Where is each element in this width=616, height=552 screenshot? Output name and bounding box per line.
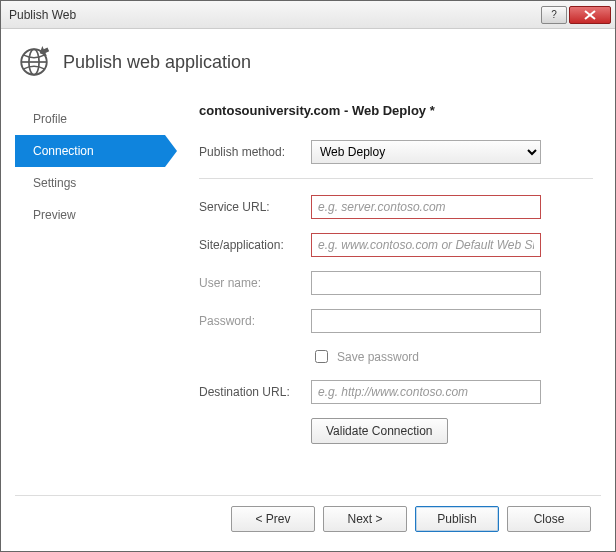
window-close-button[interactable] xyxy=(569,6,611,24)
globe-publish-icon xyxy=(17,45,51,79)
sidebar-item-label: Preview xyxy=(33,208,76,222)
help-button[interactable]: ? xyxy=(541,6,567,24)
dialog-footer: < Prev Next > Publish Close xyxy=(15,495,601,541)
publish-button[interactable]: Publish xyxy=(415,506,499,532)
validate-connection-button[interactable]: Validate Connection xyxy=(311,418,448,444)
content-panel: contosouniversity.com - Web Deploy * Pub… xyxy=(165,97,601,495)
password-input[interactable] xyxy=(311,309,541,333)
label-publish-method: Publish method: xyxy=(199,145,311,159)
publish-web-dialog: Publish Web ? Publish w xyxy=(0,0,616,552)
close-button[interactable]: Close xyxy=(507,506,591,532)
row-validate: Validate Connection xyxy=(311,418,593,444)
sidebar-item-preview[interactable]: Preview xyxy=(15,199,165,231)
wizard-sidebar: Profile Connection Settings Preview xyxy=(15,97,165,495)
row-service-url: Service URL: xyxy=(199,195,593,219)
sidebar-item-label: Profile xyxy=(33,112,67,126)
main-area: Profile Connection Settings Preview cont… xyxy=(15,97,601,495)
save-password-checkbox[interactable] xyxy=(315,350,328,363)
sidebar-item-label: Connection xyxy=(33,144,94,158)
site-application-input[interactable] xyxy=(311,233,541,257)
row-password: Password: xyxy=(199,309,593,333)
sidebar-item-label: Settings xyxy=(33,176,76,190)
dialog-body: Publish web application Profile Connecti… xyxy=(1,29,615,551)
header-title: Publish web application xyxy=(63,52,251,73)
label-password: Password: xyxy=(199,314,311,328)
prev-button[interactable]: < Prev xyxy=(231,506,315,532)
row-user-name: User name: xyxy=(199,271,593,295)
dialog-header: Publish web application xyxy=(15,41,601,89)
label-save-password: Save password xyxy=(337,350,419,364)
row-destination-url: Destination URL: xyxy=(199,380,593,404)
sidebar-item-profile[interactable]: Profile xyxy=(15,103,165,135)
publish-method-select[interactable]: Web Deploy xyxy=(311,140,541,164)
close-icon xyxy=(584,10,596,20)
row-publish-method: Publish method: Web Deploy xyxy=(199,140,593,164)
sidebar-item-settings[interactable]: Settings xyxy=(15,167,165,199)
window-buttons: ? xyxy=(541,6,611,24)
profile-title: contosouniversity.com - Web Deploy * xyxy=(199,103,593,118)
user-name-input[interactable] xyxy=(311,271,541,295)
titlebar: Publish Web ? xyxy=(1,1,615,29)
next-button[interactable]: Next > xyxy=(323,506,407,532)
sidebar-item-connection[interactable]: Connection xyxy=(15,135,165,167)
section-divider xyxy=(199,178,593,179)
service-url-input[interactable] xyxy=(311,195,541,219)
label-user-name: User name: xyxy=(199,276,311,290)
label-site-application: Site/application: xyxy=(199,238,311,252)
row-site-application: Site/application: xyxy=(199,233,593,257)
label-destination-url: Destination URL: xyxy=(199,385,311,399)
label-service-url: Service URL: xyxy=(199,200,311,214)
destination-url-input[interactable] xyxy=(311,380,541,404)
window-title: Publish Web xyxy=(9,8,541,22)
row-save-password: Save password xyxy=(311,347,593,366)
